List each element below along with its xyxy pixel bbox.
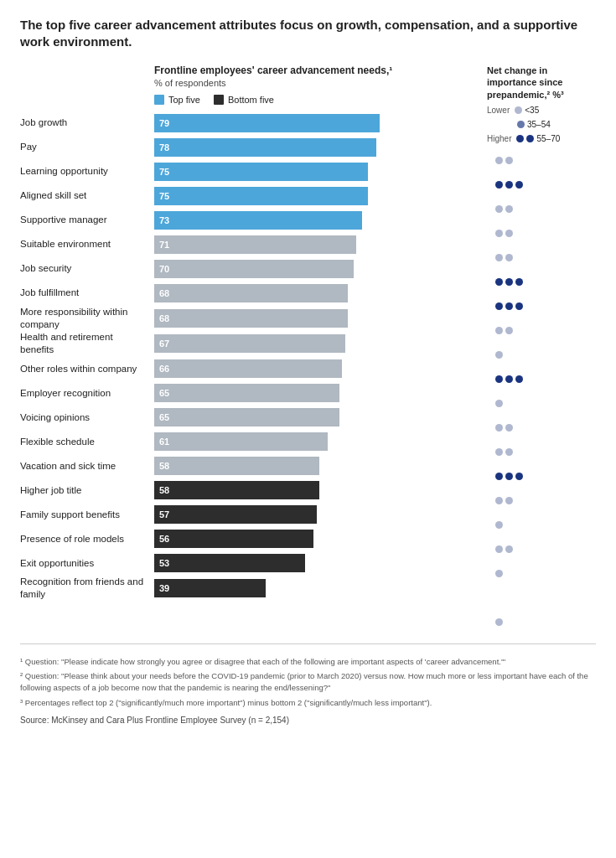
bar-value: 53 bbox=[159, 558, 169, 568]
bar-container: 53 bbox=[154, 554, 487, 572]
main-title: The top five career advancement attribut… bbox=[20, 17, 590, 49]
bar-header-title: Frontline employees' career advancement … bbox=[154, 65, 487, 78]
table-row: Learning opportunity75 bbox=[20, 160, 487, 183]
row-label: Health and retirement benefits bbox=[20, 331, 154, 356]
dot-1 bbox=[505, 205, 513, 213]
bar-header-subtitle: % of respondents bbox=[154, 78, 487, 88]
row-label: Learning opportunity bbox=[20, 165, 154, 178]
bar: 66 bbox=[154, 359, 342, 378]
dots-col bbox=[487, 327, 596, 334]
bottom-five-label: Bottom five bbox=[228, 95, 274, 105]
lower-label: Lower bbox=[487, 104, 510, 117]
dots-row bbox=[487, 538, 596, 561]
bar: 68 bbox=[154, 284, 348, 302]
right-header-title: Net change in importance since prepandem… bbox=[487, 65, 596, 101]
dots-row bbox=[487, 587, 596, 610]
dot-0 bbox=[495, 570, 503, 577]
dot-2 bbox=[515, 375, 523, 383]
bottom-five-swatch bbox=[214, 95, 224, 105]
bar-value: 75 bbox=[159, 167, 169, 177]
bar-value: 56 bbox=[159, 534, 169, 544]
row-label: Other roles within company bbox=[20, 363, 154, 375]
bar-value: 67 bbox=[159, 339, 169, 349]
legend-bottom-five: Bottom five bbox=[214, 95, 274, 105]
range2-label: 35–54 bbox=[527, 118, 551, 132]
bar-value: 66 bbox=[159, 364, 169, 374]
dot-range3a bbox=[516, 135, 524, 142]
dot-1 bbox=[505, 545, 513, 553]
bar-value: 75 bbox=[159, 191, 169, 201]
row-label: More responsibility within company bbox=[20, 306, 154, 331]
bar: 58 bbox=[154, 457, 319, 475]
dots-row bbox=[487, 344, 596, 367]
table-row: Flexible schedule61 bbox=[20, 430, 487, 453]
bar-value: 70 bbox=[159, 264, 169, 274]
dot-0 bbox=[495, 230, 503, 237]
dot-0 bbox=[495, 181, 503, 189]
dots-row bbox=[487, 173, 596, 197]
bar-value: 68 bbox=[159, 313, 169, 323]
right-legend: Lower <35 35–54 Higher 55–70 bbox=[487, 104, 596, 146]
table-row: Vacation and sick time58 bbox=[20, 454, 487, 478]
dots-col bbox=[487, 400, 596, 407]
bar-value: 73 bbox=[159, 215, 169, 225]
bar: 73 bbox=[154, 211, 362, 230]
dots-row bbox=[487, 441, 596, 464]
bar: 53 bbox=[154, 554, 305, 572]
bar-value: 79 bbox=[159, 118, 169, 128]
bar: 61 bbox=[154, 432, 328, 451]
bar: 39 bbox=[154, 579, 266, 597]
footnote: ³ Percentages reflect top 2 ("significan… bbox=[20, 697, 596, 709]
legend-row: Top five Bottom five bbox=[154, 95, 487, 105]
chart-area: Frontline employees' career advancement … bbox=[20, 65, 596, 635]
dots-col bbox=[487, 448, 596, 456]
bar-container: 71 bbox=[154, 235, 487, 254]
top-five-label: Top five bbox=[168, 95, 200, 105]
bar: 75 bbox=[154, 187, 368, 205]
bar: 78 bbox=[154, 138, 376, 157]
bar-container: 78 bbox=[154, 138, 487, 157]
bar: 57 bbox=[154, 505, 317, 524]
dot-1 bbox=[505, 375, 513, 383]
dots-row bbox=[487, 489, 596, 513]
dot-1 bbox=[505, 497, 513, 504]
dot-1 bbox=[505, 473, 513, 480]
row-label: Job security bbox=[20, 262, 154, 275]
dots-row bbox=[487, 198, 596, 221]
dot-0 bbox=[495, 205, 503, 213]
dots-row bbox=[487, 222, 596, 246]
bar-container: 65 bbox=[154, 408, 487, 426]
dot-1 bbox=[505, 424, 513, 432]
table-row: Supportive manager73 bbox=[20, 209, 487, 232]
legend-top-five: Top five bbox=[154, 95, 200, 105]
bar-value: 78 bbox=[159, 142, 169, 152]
row-label: Recognition from friends and family bbox=[20, 576, 154, 601]
bar-container: 65 bbox=[154, 384, 487, 402]
divider bbox=[20, 644, 596, 644]
dot-1 bbox=[505, 230, 513, 237]
row-label: Family support benefits bbox=[20, 509, 154, 521]
dot-1 bbox=[505, 278, 513, 286]
row-label: Employer recognition bbox=[20, 387, 154, 400]
right-col: Net change in importance since prepandem… bbox=[487, 65, 596, 635]
bar: 65 bbox=[154, 384, 339, 402]
dot-0 bbox=[495, 302, 503, 310]
dot-range1 bbox=[515, 106, 522, 114]
bar: 68 bbox=[154, 309, 348, 328]
range3-label: 55–70 bbox=[536, 132, 560, 146]
left-col: Frontline employees' career advancement … bbox=[20, 65, 487, 635]
bar: 65 bbox=[154, 408, 339, 426]
dot-0 bbox=[495, 545, 503, 553]
dot-2 bbox=[515, 181, 523, 189]
bar: 56 bbox=[154, 530, 313, 548]
dot-range3b bbox=[526, 135, 534, 142]
dots-row bbox=[487, 514, 596, 537]
dots-col bbox=[487, 375, 596, 383]
dots-col bbox=[487, 521, 596, 529]
table-row: Pay78 bbox=[20, 136, 487, 159]
dots-col bbox=[487, 205, 596, 213]
dot-0 bbox=[495, 473, 503, 480]
dot-0 bbox=[495, 351, 503, 359]
bar-value: 58 bbox=[159, 485, 169, 495]
bar-container: 39 bbox=[154, 579, 487, 597]
